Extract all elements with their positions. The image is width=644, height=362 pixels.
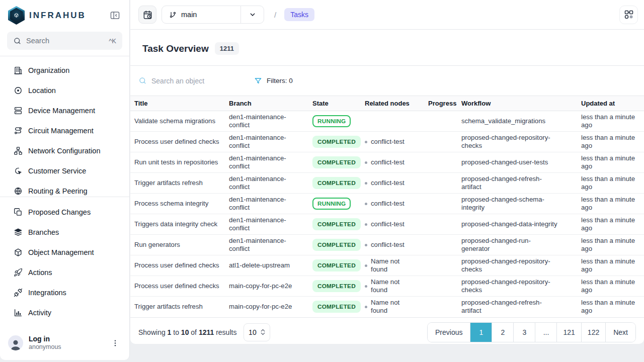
object-search[interactable] <box>138 76 247 85</box>
task-table: Title Branch State Related nodes Progres… <box>130 96 644 317</box>
column-branch[interactable]: Branch <box>225 96 308 111</box>
rocket-icon <box>14 268 23 277</box>
sidebar-item-proposed-changes[interactable]: Proposed Changes <box>0 202 129 222</box>
username-label: anonymous <box>29 343 61 351</box>
sidebar-item-device-management[interactable]: Device Management <box>0 101 129 121</box>
sidebar-item-location[interactable]: Location <box>0 80 129 101</box>
sidebar-item-label: Network Configuration <box>28 147 100 155</box>
cell-branch: den1-maintenance-conflict <box>225 214 308 235</box>
components-icon[interactable] <box>619 6 638 24</box>
cell-branch: atl1-delete-upstream <box>225 255 308 276</box>
branch-name: main <box>181 11 197 19</box>
cell-branch: den1-maintenance-conflict <box>225 173 308 194</box>
table-row[interactable]: Process user defined checksmain-copy-for… <box>130 276 644 297</box>
related-node-label[interactable]: Name not found <box>371 257 409 274</box>
related-node-label[interactable]: conflict-test <box>371 200 405 208</box>
sidebar-item-branches[interactable]: Branches <box>0 222 129 242</box>
table-row[interactable]: Validate schema migrationsden1-maintenan… <box>130 111 644 132</box>
pointer-icon <box>14 166 23 175</box>
cell-title: Process user defined checks <box>130 276 225 297</box>
table-row[interactable]: Process user defined checksatl1-delete-u… <box>130 255 644 276</box>
sidebar-item-label: Branches <box>28 228 59 236</box>
filters-button[interactable]: Filters: 0 <box>254 77 293 85</box>
sidebar-item-object-management[interactable]: Object Management <box>0 242 129 262</box>
topbar: main / Tasks <box>130 0 644 30</box>
sidebar-item-actions[interactable]: Actions <box>0 262 129 283</box>
cell-branch: main-copy-for-pc-e2e <box>225 297 308 317</box>
state-badge: COMPLETED <box>312 136 361 148</box>
sidebar-item-activity[interactable]: Activity <box>0 303 129 323</box>
related-node-label[interactable]: Name not found <box>371 278 409 294</box>
related-node-label[interactable]: conflict-test <box>371 220 405 228</box>
sidebar-item-circuit-management[interactable]: Circuit Management <box>0 121 129 141</box>
sidebar-item-routing-peering[interactable]: Routing & Peering <box>0 181 129 197</box>
pagination-button-121[interactable]: 121 <box>556 323 581 342</box>
building-icon <box>14 66 23 75</box>
column-updated-at[interactable]: Updated at <box>577 96 644 111</box>
list-toolbar: Filters: 0 <box>130 66 644 96</box>
list-footer: Showing 1 to 10 of 1211 results 10 Previ… <box>130 317 644 347</box>
node-dot-icon <box>365 264 367 267</box>
network-icon <box>14 146 23 155</box>
table-row[interactable]: Run generatorsden1-maintenance-conflictC… <box>130 235 644 255</box>
sidebar-header: INFRAHUB <box>0 0 129 28</box>
infrahub-logo[interactable]: INFRAHUB <box>8 6 86 25</box>
related-node-label[interactable]: conflict-test <box>371 138 405 146</box>
page-size-select[interactable]: 10 <box>244 323 270 341</box>
sidebar-item-organization[interactable]: Organization <box>0 60 129 80</box>
sidebar-collapse-icon[interactable] <box>109 9 121 22</box>
cell-title: Trigger artifacts refresh <box>130 173 225 194</box>
chevron-down-icon[interactable] <box>240 6 264 23</box>
cell-progress <box>424 194 457 214</box>
sidebar-search-input[interactable] <box>26 37 104 45</box>
calendar-clock-icon[interactable] <box>138 6 156 24</box>
branch-selector[interactable]: main <box>162 6 264 24</box>
sidebar-search[interactable]: ^K <box>7 32 122 50</box>
pagination-button-2[interactable]: 2 <box>492 323 513 342</box>
object-search-input[interactable] <box>151 77 247 85</box>
column-title[interactable]: Title <box>130 96 225 111</box>
cell-state: COMPLETED <box>308 214 361 235</box>
node-dot-icon <box>365 306 367 308</box>
brand-name: INFRAHUB <box>29 11 86 21</box>
column-progress[interactable]: Progress <box>424 96 457 111</box>
state-badge: COMPLETED <box>312 280 361 292</box>
sidebar-item-network-configuration[interactable]: Network Configuration <box>0 141 129 161</box>
related-node-label[interactable]: Name not found <box>371 299 409 315</box>
state-badge: COMPLETED <box>312 259 361 272</box>
pagination-button-previous[interactable]: Previous <box>428 323 470 342</box>
location-icon <box>14 86 23 95</box>
login-label: Log in <box>29 335 61 343</box>
table-row[interactable]: Process schema integrityden1-maintenance… <box>130 194 644 214</box>
pagination-button-1[interactable]: 1 <box>470 323 492 342</box>
table-row[interactable]: Trigger artifacts refreshden1-maintenanc… <box>130 173 644 194</box>
column-workflow[interactable]: Workflow <box>457 96 577 111</box>
cell-branch: den1-maintenance-conflict <box>225 235 308 255</box>
pagination-button-ellipsis[interactable]: ... <box>535 323 556 342</box>
table-row[interactable]: Trigger artifacts refreshmain-copy-for-p… <box>130 297 644 317</box>
cell-workflow: proposed-changed-run-generator <box>457 235 577 255</box>
user-menu-icon[interactable] <box>109 337 121 349</box>
sidebar-item-customer-service[interactable]: Customer Service <box>0 161 129 181</box>
node-dot-icon <box>365 244 367 246</box>
column-state[interactable]: State <box>308 96 361 111</box>
cell-workflow: proposed-changed-repository-checks <box>457 255 577 276</box>
table-row[interactable]: Process user defined checksden1-maintena… <box>130 132 644 152</box>
cell-workflow: proposed-changed-repository-checks <box>457 276 577 297</box>
cell-progress <box>424 297 457 317</box>
related-node-label[interactable]: conflict-test <box>371 179 405 187</box>
table-row[interactable]: Run unit tests in repositoriesden1-maint… <box>130 152 644 173</box>
sidebar-item-integrations[interactable]: Integrations <box>0 283 129 303</box>
breadcrumb-tasks[interactable]: Tasks <box>284 8 314 21</box>
related-node-label[interactable]: conflict-test <box>371 158 405 166</box>
sidebar-user[interactable]: Log in anonymous <box>0 330 129 360</box>
pagination-button-3[interactable]: 3 <box>513 323 535 342</box>
related-node-label[interactable]: conflict-test <box>371 241 405 249</box>
results-summary: Showing 1 to 10 of 1211 results <box>138 328 236 336</box>
cell-updated-at: less than a minute ago <box>577 194 644 214</box>
cell-progress <box>424 235 457 255</box>
column-related-nodes[interactable]: Related nodes <box>361 96 424 111</box>
pagination-button-next[interactable]: Next <box>605 323 635 342</box>
pagination-button-122[interactable]: 122 <box>581 323 605 342</box>
table-row[interactable]: Triggers data integrity checkden1-mainte… <box>130 214 644 235</box>
